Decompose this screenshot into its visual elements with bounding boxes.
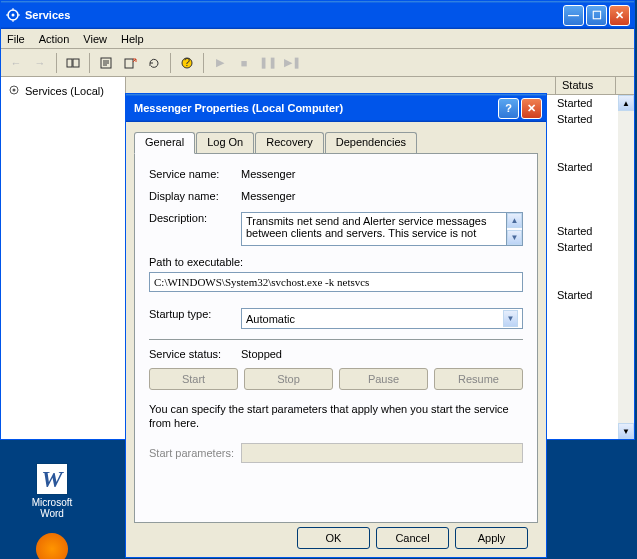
description-box[interactable]: Transmits net send and Alerter service m…: [241, 212, 507, 246]
services-titlebar[interactable]: Services — ☐ ✕: [1, 1, 634, 29]
properties-dialog: Messenger Properties (Local Computer) ? …: [125, 93, 547, 558]
chevron-down-icon: ▼: [503, 310, 518, 327]
gear-icon: [7, 83, 21, 99]
pause-button[interactable]: Pause: [339, 368, 428, 390]
stop-button[interactable]: Stop: [244, 368, 333, 390]
separator: [89, 53, 90, 73]
separator: [56, 53, 57, 73]
tool-help[interactable]: ?: [176, 52, 198, 74]
word-icon: W: [36, 463, 68, 495]
startup-type-value: Automatic: [246, 313, 295, 325]
tree-pane: Services (Local): [1, 77, 126, 439]
divider: [149, 339, 523, 340]
scroll-track[interactable]: [618, 111, 634, 423]
value-service-name: Messenger: [241, 168, 523, 180]
tab-dependencies[interactable]: Dependencies: [325, 132, 417, 153]
tree-item-label: Services (Local): [25, 85, 104, 97]
forward-button[interactable]: →: [29, 52, 51, 74]
toolbar: ← → ? ▶ ■ ❚❚ ▶❚: [1, 49, 634, 77]
firefox-icon: [36, 533, 68, 559]
desktop-icon-word[interactable]: W Microsoft Word: [22, 463, 82, 519]
svg-rect-2: [67, 59, 72, 67]
dialog-titlebar[interactable]: Messenger Properties (Local Computer) ? …: [126, 94, 546, 122]
description-scrollbar[interactable]: ▲ ▼: [507, 212, 523, 246]
back-button[interactable]: ←: [5, 52, 27, 74]
svg-text:?: ?: [184, 56, 190, 68]
col-spacer: [126, 77, 556, 94]
tool-export[interactable]: [119, 52, 141, 74]
menu-file[interactable]: File: [7, 33, 25, 45]
col-status[interactable]: Status: [556, 77, 616, 94]
menu-help[interactable]: Help: [121, 33, 144, 45]
tool-stop[interactable]: ■: [233, 52, 255, 74]
tool-play[interactable]: ▶: [209, 52, 231, 74]
tab-content: Service name: Messenger Display name: Me…: [134, 153, 538, 523]
svg-point-1: [12, 14, 15, 17]
svg-point-9: [13, 89, 16, 92]
label-service-name: Service name:: [149, 168, 241, 180]
resume-button[interactable]: Resume: [434, 368, 523, 390]
label-path: Path to executable:: [149, 256, 523, 268]
tabs: General Log On Recovery Dependencies: [134, 132, 538, 153]
start-parameters-input: [241, 443, 523, 463]
tab-logon[interactable]: Log On: [196, 132, 254, 153]
value-service-status: Stopped: [241, 348, 523, 360]
cancel-button[interactable]: Cancel: [376, 527, 449, 549]
tab-recovery[interactable]: Recovery: [255, 132, 323, 153]
tool-properties[interactable]: [95, 52, 117, 74]
tool-refresh[interactable]: [143, 52, 165, 74]
startup-type-select[interactable]: Automatic ▼: [241, 308, 523, 329]
desktop-icon-firefox[interactable]: [22, 533, 82, 559]
separator: [170, 53, 171, 73]
ok-button[interactable]: OK: [297, 527, 370, 549]
separator: [203, 53, 204, 73]
label-display-name: Display name:: [149, 190, 241, 202]
scroll-down-button[interactable]: ▼: [618, 423, 634, 439]
scroll-down-icon[interactable]: ▼: [507, 230, 522, 245]
label-start-parameters: Start parameters:: [149, 447, 241, 459]
services-title: Services: [25, 9, 563, 21]
start-button[interactable]: Start: [149, 368, 238, 390]
tree-item-services-local[interactable]: Services (Local): [5, 81, 121, 101]
dialog-close-button[interactable]: ✕: [521, 98, 542, 119]
services-icon: [5, 7, 21, 23]
menu-action[interactable]: Action: [39, 33, 70, 45]
help-button[interactable]: ?: [498, 98, 519, 119]
scroll-up-icon[interactable]: ▲: [507, 213, 522, 228]
desktop-icon-label: Microsoft Word: [22, 497, 82, 519]
tool-pause[interactable]: ❚❚: [257, 52, 279, 74]
dialog-title: Messenger Properties (Local Computer): [130, 102, 498, 114]
path-input[interactable]: [149, 272, 523, 292]
apply-button[interactable]: Apply: [455, 527, 528, 549]
minimize-button[interactable]: —: [563, 5, 584, 26]
svg-rect-3: [73, 59, 79, 67]
label-startup-type: Startup type:: [149, 308, 241, 320]
close-button[interactable]: ✕: [609, 5, 630, 26]
help-text: You can specify the start parameters tha…: [149, 402, 523, 431]
label-description: Description:: [149, 212, 241, 224]
tool-show-hide[interactable]: [62, 52, 84, 74]
maximize-button[interactable]: ☐: [586, 5, 607, 26]
value-display-name: Messenger: [241, 190, 523, 202]
menubar: File Action View Help: [1, 29, 634, 49]
tool-restart[interactable]: ▶❚: [281, 52, 303, 74]
tab-general[interactable]: General: [134, 132, 195, 154]
vertical-scrollbar[interactable]: ▲ ▼: [618, 95, 634, 439]
menu-view[interactable]: View: [83, 33, 107, 45]
label-service-status: Service status:: [149, 348, 241, 360]
svg-rect-5: [125, 59, 133, 68]
scroll-up-button[interactable]: ▲: [618, 95, 634, 111]
